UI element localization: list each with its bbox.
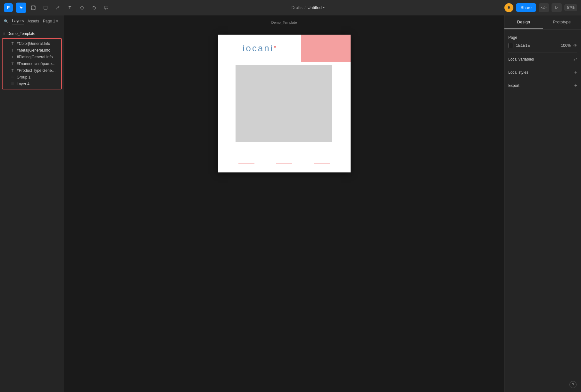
help-button[interactable]: ? (569, 381, 577, 388)
move-tool[interactable] (16, 3, 26, 13)
artboard-image-placeholder (236, 65, 332, 142)
text-icon: T (10, 42, 15, 46)
page-section: Page 1E1E1E 100% 👁 (508, 35, 577, 48)
layer-label: #Главное изображение|Gen... (17, 62, 57, 66)
canvas-frame-label: Demo_Template (271, 21, 297, 24)
right-panel-tabs: Design Prototype (504, 15, 581, 29)
share-button[interactable]: Share (516, 3, 536, 12)
right-panel-content: Page 1E1E1E 100% 👁 Local variables ⇄ Loc… (504, 29, 581, 392)
drag-icon: ⠿ (3, 32, 5, 36)
variables-icon[interactable]: ⇄ (573, 57, 577, 62)
layer-label: #Metal|General.Info (17, 48, 50, 53)
layer-label: Layer 4 (17, 82, 29, 86)
search-icon[interactable]: 🔍 (4, 19, 8, 23)
frame-container: iocani (218, 35, 351, 172)
breadcrumb-area: Drafts / Untitled ▾ (113, 5, 502, 10)
toolbar-right: E Share </> ▷ 57% (504, 3, 577, 12)
artboard-pink-block (301, 35, 351, 62)
artboard-fields (218, 163, 351, 163)
tab-page[interactable]: Page 1 ▾ (43, 19, 58, 23)
add-local-style-button[interactable]: + (574, 70, 577, 75)
component-icon: ⠿ (10, 82, 15, 86)
list-item[interactable]: T #Color|General.Info (4, 40, 60, 47)
breadcrumb: Drafts / Untitled ▾ (291, 5, 324, 10)
artboard-header: iocani (218, 35, 351, 62)
text-icon: T (10, 62, 15, 66)
avatar: E (504, 3, 513, 12)
page-section-title: Page (508, 35, 517, 40)
layer-label: #Color|General.Info (17, 41, 50, 46)
panel-tabs: 🔍 Layers Assets Page 1 ▾ (0, 15, 64, 27)
pen-tool[interactable] (53, 3, 63, 13)
list-item[interactable]: T #Главное изображение|Gen... (4, 61, 60, 67)
frame-tool[interactable] (28, 3, 38, 13)
page-chevron-icon: ▾ (56, 19, 58, 23)
comment-tool[interactable] (101, 3, 112, 13)
shape-tool[interactable] (40, 3, 51, 13)
tab-design[interactable]: Design (504, 15, 543, 29)
local-styles-title: Local styles (508, 70, 528, 75)
layer-label: #Plating|General.Info (17, 55, 53, 59)
page-section-header: Page (508, 35, 577, 40)
hand-tool[interactable] (89, 3, 99, 13)
right-panel: Design Prototype Page 1E1E1E 100% 👁 Loca… (504, 15, 581, 392)
page-color-value: 1E1E1E (516, 43, 558, 48)
logo-dot (274, 46, 276, 48)
page-opacity-value: 100% (561, 43, 571, 48)
figma-logo[interactable]: F (4, 3, 13, 12)
field-line-3 (314, 163, 330, 163)
list-item[interactable]: ⠿ Group 1 (4, 74, 60, 80)
breadcrumb-current[interactable]: Untitled ▾ (308, 5, 325, 10)
artboard-logo-area: iocani (218, 35, 301, 62)
local-styles-row: Local styles + (508, 69, 577, 76)
add-export-button[interactable]: + (574, 83, 577, 88)
component-tool[interactable] (77, 3, 87, 13)
present-button[interactable]: ▷ (552, 3, 562, 12)
breadcrumb-separator: / (304, 5, 306, 10)
local-variables-title: Local variables (508, 57, 534, 62)
tab-prototype[interactable]: Prototype (543, 15, 581, 29)
export-row: Export + (508, 82, 577, 89)
layer-item-parent[interactable]: ⠿ Demo_Template (1, 30, 62, 37)
page-color-row: 1E1E1E 100% 👁 (508, 43, 577, 48)
svg-rect-0 (31, 6, 35, 10)
main-area: 🔍 Layers Assets Page 1 ▾ ⠿ Demo_Template… (0, 15, 581, 392)
export-title: Export (508, 83, 519, 88)
logo-text: iocani (243, 43, 274, 53)
visibility-icon[interactable]: 👁 (573, 43, 577, 48)
svg-rect-5 (44, 6, 47, 9)
tab-assets[interactable]: Assets (28, 18, 39, 24)
layer-parent-label: Demo_Template (7, 31, 35, 36)
local-variables-row: Local variables ⇄ (508, 55, 577, 63)
divider-3 (508, 79, 577, 79)
toolbar: F T Drafts / Untitled ▾ E (0, 0, 581, 15)
list-item[interactable]: ⠿ Layer 4 (4, 81, 60, 87)
field-line-1 (238, 163, 254, 163)
divider-1 (508, 53, 577, 53)
code-view-button[interactable]: </> (539, 3, 549, 12)
canvas[interactable]: Demo_Template iocani (64, 15, 504, 392)
text-icon: T (10, 48, 15, 52)
page-color-swatch[interactable] (508, 43, 513, 48)
text-tool[interactable]: T (65, 3, 75, 13)
layer-label: Group 1 (17, 75, 30, 79)
svg-point-6 (58, 6, 59, 7)
artboard-logo: iocani (243, 43, 276, 54)
tab-layers[interactable]: Layers (12, 18, 24, 24)
list-item[interactable]: T #Metal|General.Info (4, 47, 60, 54)
zoom-button[interactable]: 57% (564, 4, 577, 11)
component-icon: ⠿ (10, 75, 15, 79)
layers-selection-box: T #Color|General.Info T #Metal|General.I… (2, 38, 62, 89)
field-line-2 (276, 163, 292, 163)
breadcrumb-parent: Drafts (291, 5, 303, 10)
text-icon: T (10, 69, 15, 72)
chevron-down-icon: ▾ (323, 6, 325, 9)
divider-2 (508, 66, 577, 66)
layer-label: #Product Type|General.Info (17, 68, 57, 73)
list-item[interactable]: T #Product Type|General.Info (4, 67, 60, 74)
left-panel: 🔍 Layers Assets Page 1 ▾ ⠿ Demo_Template… (0, 15, 64, 392)
text-icon: T (10, 55, 15, 59)
artboard: iocani (218, 35, 351, 172)
layers-list: ⠿ Demo_Template T #Color|General.Info T … (0, 27, 64, 392)
list-item[interactable]: T #Plating|General.Info (4, 54, 60, 60)
